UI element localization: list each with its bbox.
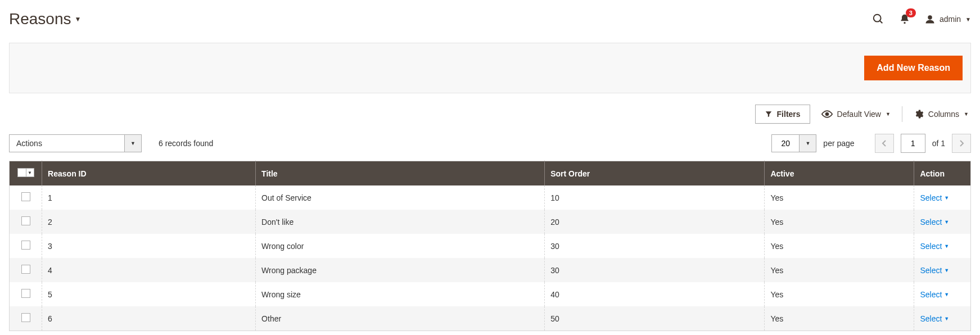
search-button[interactable] (872, 13, 884, 25)
prev-page-button[interactable] (875, 134, 894, 153)
records-count: 6 records found (159, 139, 213, 148)
view-label: Default View (837, 110, 881, 119)
reasons-table: Reason ID Title Sort Order Active Action… (9, 161, 971, 331)
filters-label: Filters (777, 110, 801, 119)
select-all-dropdown[interactable] (26, 168, 34, 177)
cell-sort-order: 30 (545, 234, 765, 258)
table-row[interactable]: 4Wrong package30YesSelect (10, 258, 971, 282)
notifications-button[interactable]: 3 (899, 13, 910, 25)
cell-active: Yes (765, 258, 914, 282)
cell-active: Yes (765, 210, 914, 234)
table-row[interactable]: 1Out of Service10YesSelect (10, 185, 971, 210)
row-checkbox[interactable] (21, 241, 30, 250)
row-action-select[interactable]: Select (920, 218, 949, 227)
table-row[interactable]: 2Don't like20YesSelect (10, 210, 971, 234)
header-reason-id[interactable]: Reason ID (42, 161, 256, 186)
table-row[interactable]: 6Other50YesSelect (10, 306, 971, 331)
eye-icon (821, 110, 833, 118)
cell-sort-order: 10 (545, 185, 765, 210)
row-action-select[interactable]: Select (920, 314, 949, 323)
row-action-select[interactable]: Select (920, 193, 949, 202)
cell-sort-order: 30 (545, 258, 765, 282)
add-new-reason-button[interactable]: Add New Reason (864, 56, 963, 80)
columns-label: Columns (928, 110, 959, 119)
chevron-down-icon (944, 219, 949, 225)
cell-sort-order: 50 (545, 306, 765, 331)
row-checkbox[interactable] (21, 192, 30, 201)
page-title-text: Reasons (9, 10, 71, 28)
cell-title: Wrong package (256, 258, 545, 282)
table-header-row: Reason ID Title Sort Order Active Action (10, 161, 971, 186)
user-icon (925, 14, 935, 24)
admin-account-menu[interactable]: admin (925, 14, 971, 24)
cell-active: Yes (765, 282, 914, 306)
row-checkbox[interactable] (21, 289, 30, 298)
page-size-select[interactable] (771, 134, 816, 152)
table-row[interactable]: 3Wrong color30YesSelect (10, 234, 971, 258)
grid-toolbar-top: Filters Default View Columns (9, 93, 971, 124)
cell-sort-order: 20 (545, 210, 765, 234)
svg-point-0 (874, 15, 881, 22)
page-actions-bar: Add New Reason (9, 43, 971, 93)
per-page-label: per page (823, 139, 854, 148)
chevron-down-icon (805, 141, 810, 146)
chevron-down-icon (886, 111, 891, 117)
chevron-down-icon (944, 316, 949, 322)
filters-button[interactable]: Filters (755, 105, 810, 124)
row-checkbox[interactable] (21, 313, 30, 322)
mass-actions-select[interactable]: Actions (9, 134, 142, 152)
row-checkbox[interactable] (21, 216, 30, 225)
next-page-button[interactable] (952, 134, 971, 153)
chevron-down-icon (944, 243, 949, 249)
funnel-icon (765, 110, 773, 118)
gear-icon (914, 109, 924, 119)
pager: per page of 1 (771, 134, 971, 153)
columns-button[interactable]: Columns (911, 105, 971, 124)
svg-point-3 (928, 15, 932, 20)
row-action-select[interactable]: Select (920, 266, 949, 275)
mass-actions-toggle[interactable] (125, 134, 142, 152)
chevron-right-icon (959, 139, 964, 147)
cell-reason-id: 4 (42, 258, 256, 282)
chevron-down-icon (944, 195, 949, 201)
cell-title: Wrong color (256, 234, 545, 258)
grid-toolbar-mid: Actions 6 records found per page of 1 (9, 124, 971, 161)
chevron-down-icon (964, 111, 969, 117)
chevron-down-icon (130, 141, 136, 146)
chevron-down-icon (965, 16, 971, 22)
cell-active: Yes (765, 306, 914, 331)
chevron-left-icon (882, 139, 887, 147)
cell-active: Yes (765, 185, 914, 210)
page-title-dropdown[interactable]: Reasons (9, 10, 81, 28)
cell-title: Other (256, 306, 545, 331)
select-all-checkbox[interactable] (17, 168, 26, 177)
header-action: Action (914, 161, 971, 186)
view-switcher[interactable]: Default View (819, 105, 893, 123)
row-checkbox[interactable] (21, 265, 30, 274)
header-select-all[interactable] (10, 161, 42, 186)
table-row[interactable]: 5Wrong size40YesSelect (10, 282, 971, 306)
header-active[interactable]: Active (765, 161, 914, 186)
page-size-input[interactable] (771, 134, 800, 152)
svg-line-1 (880, 21, 883, 24)
cell-title: Out of Service (256, 185, 545, 210)
chevron-down-icon (944, 292, 949, 297)
chevron-down-icon (28, 170, 32, 175)
row-action-select[interactable]: Select (920, 290, 949, 299)
cell-reason-id: 6 (42, 306, 256, 331)
cell-title: Wrong size (256, 282, 545, 306)
svg-point-4 (825, 113, 828, 116)
page-size-toggle[interactable] (800, 134, 816, 152)
separator (902, 106, 902, 122)
current-page-input[interactable] (901, 134, 925, 153)
cell-reason-id: 2 (42, 210, 256, 234)
cell-active: Yes (765, 234, 914, 258)
search-icon (872, 13, 884, 25)
row-action-select[interactable]: Select (920, 242, 949, 251)
cell-reason-id: 3 (42, 234, 256, 258)
header-sort-order[interactable]: Sort Order (545, 161, 765, 186)
cell-title: Don't like (256, 210, 545, 234)
svg-point-2 (904, 22, 905, 24)
cell-sort-order: 40 (545, 282, 765, 306)
header-title[interactable]: Title (256, 161, 545, 186)
